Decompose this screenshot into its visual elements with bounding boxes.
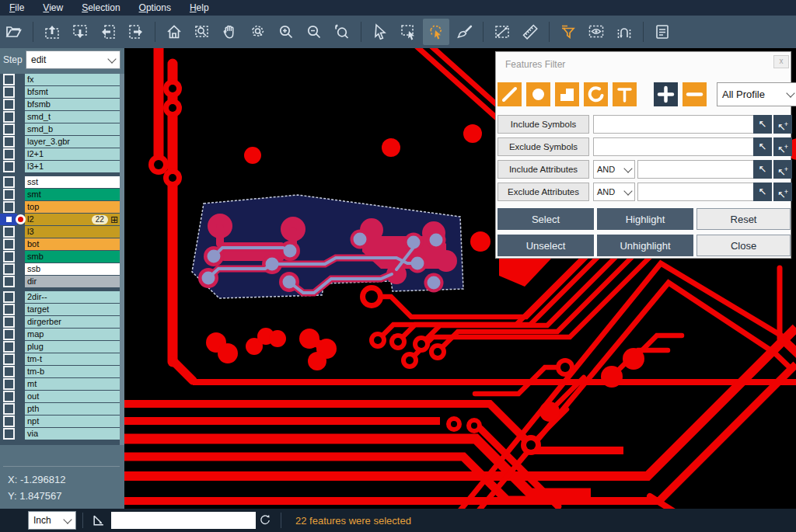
- layer-row-smt[interactable]: smt: [0, 189, 124, 200]
- layer-row-sst[interactable]: sst: [0, 176, 124, 188]
- profile-select[interactable]: All Profile: [717, 82, 796, 106]
- layer-row-top[interactable]: top: [0, 201, 124, 213]
- include-symbols-input[interactable]: [593, 115, 754, 134]
- exclude-attributes-operator-select[interactable]: AND: [593, 183, 635, 201]
- grid-icon[interactable]: ⊞: [110, 215, 118, 224]
- add-filter-button[interactable]: [654, 82, 678, 106]
- snap-angle-button[interactable]: [89, 511, 108, 530]
- layer-row-dirgerber[interactable]: dirgerber: [0, 316, 124, 328]
- layer-visibility-checkbox[interactable]: [0, 428, 17, 440]
- measure-ruler-button[interactable]: [517, 19, 543, 45]
- layer-visibility-checkbox[interactable]: [0, 329, 17, 340]
- layer-visibility-checkbox[interactable]: [0, 341, 17, 353]
- layer-visibility-checkbox[interactable]: [0, 316, 17, 328]
- pan-hand-button[interactable]: [217, 19, 243, 45]
- exclude-attributes-input[interactable]: [637, 183, 754, 201]
- dialog-close-button[interactable]: x: [773, 55, 789, 68]
- layer-visibility-checkbox[interactable]: [0, 189, 17, 200]
- select-rectangle-button[interactable]: [395, 19, 421, 45]
- menu-item-file[interactable]: File: [0, 0, 33, 16]
- include-attributes-operator-select[interactable]: AND: [593, 160, 635, 179]
- pick-symbol-add-button[interactable]: ↖+: [773, 137, 792, 156]
- layer-visibility-checkbox[interactable]: [0, 123, 17, 135]
- layer-row-map[interactable]: map: [0, 329, 124, 340]
- pan-up-button[interactable]: [39, 19, 65, 45]
- menu-item-selection[interactable]: Selection: [72, 0, 129, 16]
- highlight-button[interactable]: Highlight: [597, 208, 693, 230]
- command-input[interactable]: [111, 512, 256, 529]
- layer-visibility-checkbox[interactable]: [0, 111, 17, 123]
- layer-visibility-checkbox[interactable]: [0, 378, 17, 390]
- pick-attribute-button[interactable]: ↖: [753, 160, 772, 179]
- layer-visibility-checkbox[interactable]: [0, 214, 17, 225]
- zoom-in-button[interactable]: [273, 19, 299, 45]
- include-attributes-input[interactable]: [637, 160, 754, 179]
- layer-visibility-checkbox[interactable]: [0, 276, 17, 287]
- layer-row-bfsmt[interactable]: bfsmt: [0, 86, 124, 98]
- include-symbols-button[interactable]: Include Symbols: [498, 115, 589, 134]
- layer-visibility-checkbox[interactable]: [0, 86, 17, 98]
- layer-row-via[interactable]: via: [0, 428, 124, 440]
- text-tool-button[interactable]: [613, 82, 637, 106]
- layer-row-smd_b[interactable]: smd_b: [0, 123, 124, 135]
- layer-list-scrollbar[interactable]: [120, 74, 124, 445]
- pan-left-button[interactable]: [95, 19, 121, 45]
- remove-filter-button[interactable]: [683, 82, 707, 106]
- report-list-button[interactable]: [649, 19, 676, 45]
- measure-line-button[interactable]: [489, 19, 515, 45]
- layer-visibility-checkbox[interactable]: [0, 403, 17, 415]
- layer-row-fx[interactable]: fx: [0, 74, 124, 85]
- layer-visibility-checkbox[interactable]: [0, 99, 17, 110]
- layer-row-npt[interactable]: npt: [0, 416, 124, 427]
- surface-tool-button[interactable]: [555, 82, 579, 106]
- layer-row-smd_t[interactable]: smd_t: [0, 111, 124, 123]
- pick-symbol-add-button[interactable]: ↖+: [773, 115, 792, 134]
- layer-visibility-checkbox[interactable]: [0, 136, 17, 148]
- unit-select[interactable]: Inch: [28, 511, 76, 530]
- layer-row-tm-t[interactable]: tm-t: [0, 353, 124, 365]
- layer-visibility-checkbox[interactable]: [0, 291, 17, 303]
- layer-visibility-checkbox[interactable]: [0, 74, 17, 85]
- zoom-previous-button[interactable]: [329, 19, 355, 45]
- layer-visibility-checkbox[interactable]: [0, 353, 17, 365]
- layer-visibility-checkbox[interactable]: [0, 263, 17, 275]
- layer-row-l2[interactable]: l222⊞: [0, 214, 124, 225]
- pick-attribute-add-button[interactable]: ↖+: [773, 183, 792, 201]
- step-select[interactable]: edit: [26, 50, 120, 69]
- open-project-button[interactable]: [1, 19, 27, 45]
- layer-visibility-checkbox[interactable]: [0, 226, 17, 238]
- unhighlight-button[interactable]: Unhighlight: [597, 235, 693, 256]
- refresh-button[interactable]: [256, 511, 274, 530]
- pan-down-button[interactable]: [67, 19, 93, 45]
- select-polygon-button[interactable]: [423, 19, 449, 45]
- pan-right-button[interactable]: [123, 19, 149, 45]
- pick-attribute-add-button[interactable]: ↖+: [773, 160, 792, 179]
- layer-row-smb[interactable]: smb: [0, 251, 124, 263]
- exclude-attributes-button[interactable]: Exclude Attributes: [498, 183, 589, 201]
- layer-visibility-checkbox[interactable]: [0, 366, 17, 377]
- view-options-button[interactable]: [583, 19, 609, 45]
- select-button[interactable]: Select: [498, 208, 594, 230]
- pad-tool-button[interactable]: [526, 82, 550, 106]
- line-tool-button[interactable]: [498, 82, 522, 106]
- layer-row-l2+1[interactable]: l2+1: [0, 148, 124, 160]
- layer-row-bot[interactable]: bot: [0, 238, 124, 250]
- zoom-window-button[interactable]: [189, 19, 215, 45]
- close-button[interactable]: Close: [696, 235, 791, 256]
- layer-visibility-checkbox[interactable]: [0, 391, 17, 402]
- clear-brush-button[interactable]: [451, 19, 477, 45]
- layer-row-ssb[interactable]: ssb: [0, 263, 124, 275]
- layer-row-2dir--[interactable]: 2dir--: [0, 291, 124, 303]
- layer-row-l3[interactable]: l3: [0, 226, 124, 238]
- pick-symbol-button[interactable]: ↖: [753, 115, 772, 134]
- zoom-home-button[interactable]: [161, 19, 187, 45]
- zoom-polygon-button[interactable]: [245, 19, 271, 45]
- layer-row-plug[interactable]: plug: [0, 341, 124, 353]
- net-loop-button[interactable]: [611, 19, 637, 45]
- layer-row-l3+1[interactable]: l3+1: [0, 161, 124, 172]
- layer-row-tm-b[interactable]: tm-b: [0, 366, 124, 377]
- layer-visibility-checkbox[interactable]: [0, 238, 17, 250]
- features-filter-button[interactable]: [555, 19, 581, 45]
- reset-button[interactable]: Reset: [696, 208, 791, 230]
- layer-row-layer_3.gbr[interactable]: layer_3.gbr: [0, 136, 124, 148]
